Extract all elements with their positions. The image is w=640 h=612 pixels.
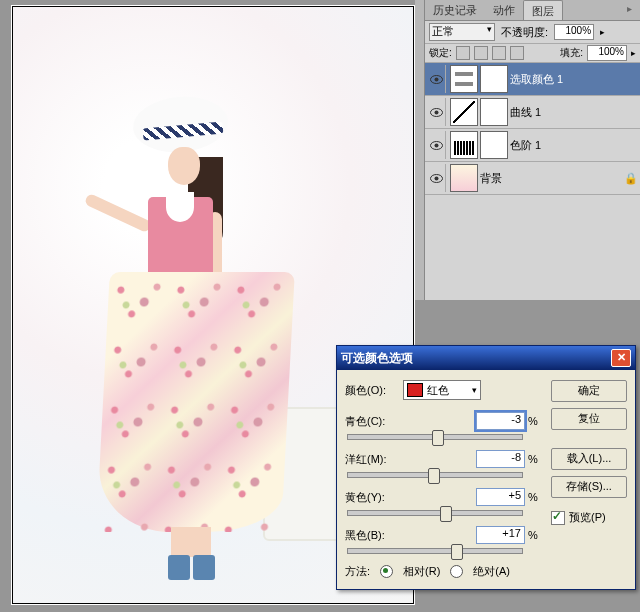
percent-label: % (525, 453, 541, 465)
absolute-label[interactable]: 绝对(A) (473, 564, 510, 579)
layer-row[interactable]: 曲线 1 (425, 96, 640, 129)
slider-row: 洋红(M):-8% (345, 450, 541, 478)
preview-checkbox[interactable]: 预览(P) (551, 510, 627, 525)
layer-name: 色阶 1 (510, 138, 638, 153)
slider-label: 黄色(Y): (345, 490, 405, 505)
radio-absolute[interactable] (450, 565, 463, 578)
layer-name: 背景 (480, 171, 624, 186)
opacity-label: 不透明度: (501, 25, 548, 40)
slider-row: 黑色(B):+17% (345, 526, 541, 554)
percent-label: % (525, 415, 541, 427)
slider-thumb[interactable] (440, 506, 452, 522)
slider-thumb[interactable] (428, 468, 440, 484)
color-select[interactable]: 红色 (403, 380, 481, 400)
visibility-icon[interactable] (427, 164, 446, 192)
slider-thumb[interactable] (451, 544, 463, 560)
slider-input[interactable]: -8 (476, 450, 525, 468)
panel-strip (415, 0, 425, 300)
slider-track[interactable] (347, 548, 523, 554)
slider-track[interactable] (347, 434, 523, 440)
layer-thumb[interactable] (450, 131, 478, 159)
layer-mask-thumb[interactable] (480, 131, 508, 159)
slider-label: 青色(C): (345, 414, 405, 429)
visibility-icon[interactable] (427, 65, 446, 93)
method-label: 方法: (345, 564, 370, 579)
lock-transparent-icon[interactable] (456, 46, 470, 60)
blend-mode-select[interactable]: 正常 (429, 23, 495, 41)
lock-label: 锁定: (429, 46, 452, 60)
svg-point-5 (434, 143, 438, 147)
percent-label: % (525, 529, 541, 541)
layers-list: 选取颜色 1曲线 1色阶 1背景🔒 (425, 63, 640, 195)
radio-relative[interactable] (380, 565, 393, 578)
percent-label: % (525, 491, 541, 503)
blend-row: 正常 不透明度: 100% ▸ (425, 21, 640, 44)
svg-point-3 (434, 110, 438, 114)
panel-tabs: 历史记录 动作 图层 ▸ (425, 0, 640, 21)
slider-thumb[interactable] (432, 430, 444, 446)
lock-icon: 🔒 (624, 172, 638, 185)
opacity-input[interactable]: 100% (554, 24, 594, 40)
lock-position-icon[interactable] (492, 46, 506, 60)
tab-layers[interactable]: 图层 (523, 0, 563, 20)
visibility-icon[interactable] (427, 98, 446, 126)
close-icon[interactable]: ✕ (611, 349, 631, 367)
relative-label[interactable]: 相对(R) (403, 564, 440, 579)
ok-button[interactable]: 确定 (551, 380, 627, 402)
dialog-title: 可选颜色选项 (341, 350, 413, 367)
layer-name: 选取颜色 1 (510, 72, 638, 87)
svg-point-7 (434, 176, 438, 180)
slider-input[interactable]: -3 (476, 412, 525, 430)
layer-name: 曲线 1 (510, 105, 638, 120)
tab-history[interactable]: 历史记录 (425, 0, 485, 20)
reset-button[interactable]: 复位 (551, 408, 627, 430)
preview-label: 预览(P) (569, 510, 606, 525)
slider-label: 洋红(M): (345, 452, 405, 467)
color-swatch (407, 383, 423, 397)
slider-row: 青色(C):-3% (345, 412, 541, 440)
slider-track[interactable] (347, 472, 523, 478)
checkbox-icon (551, 511, 565, 525)
layer-thumb[interactable] (450, 164, 478, 192)
layers-panel: 历史记录 动作 图层 ▸ 正常 不透明度: 100% ▸ 锁定: 填充: 100… (425, 0, 640, 300)
lock-all-icon[interactable] (510, 46, 524, 60)
lock-pixels-icon[interactable] (474, 46, 488, 60)
slider-input[interactable]: +5 (476, 488, 525, 506)
method-row: 方法: 相对(R) 绝对(A) (345, 564, 541, 579)
slider-label: 黑色(B): (345, 528, 405, 543)
fill-input[interactable]: 100% (587, 45, 627, 61)
layer-row[interactable]: 背景🔒 (425, 162, 640, 195)
layer-mask-thumb[interactable] (480, 65, 508, 93)
color-name: 红色 (427, 383, 449, 398)
opacity-arrow-icon[interactable]: ▸ (600, 27, 605, 37)
colors-label: 颜色(O): (345, 383, 403, 398)
fill-label: 填充: (560, 46, 583, 60)
load-button[interactable]: 载入(L)... (551, 448, 627, 470)
layer-thumb[interactable] (450, 98, 478, 126)
layer-thumb[interactable] (450, 65, 478, 93)
slider-input[interactable]: +17 (476, 526, 525, 544)
slider-track[interactable] (347, 510, 523, 516)
lock-row: 锁定: 填充: 100% ▸ (425, 44, 640, 63)
slider-row: 黄色(Y):+5% (345, 488, 541, 516)
fill-arrow-icon[interactable]: ▸ (631, 48, 636, 58)
layer-mask-thumb[interactable] (480, 98, 508, 126)
selective-color-dialog: 可选颜色选项 ✕ 颜色(O): 红色 青色(C):-3%洋红(M):-8%黄色(… (336, 345, 636, 590)
layer-row[interactable]: 选取颜色 1 (425, 63, 640, 96)
panel-menu-icon[interactable]: ▸ (622, 3, 636, 17)
layer-row[interactable]: 色阶 1 (425, 129, 640, 162)
save-button[interactable]: 存储(S)... (551, 476, 627, 498)
visibility-icon[interactable] (427, 131, 446, 159)
tab-actions[interactable]: 动作 (485, 0, 523, 20)
svg-point-1 (434, 77, 438, 81)
dialog-titlebar[interactable]: 可选颜色选项 ✕ (337, 346, 635, 370)
